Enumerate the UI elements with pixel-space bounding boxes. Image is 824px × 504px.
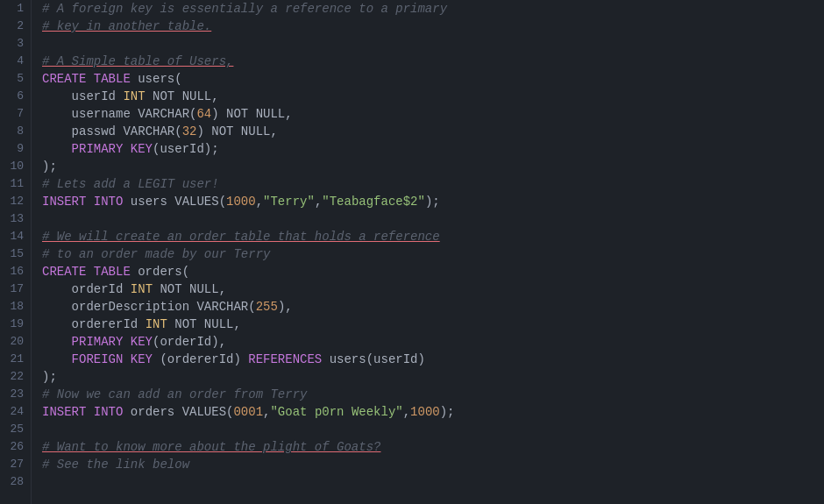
token: (userId); <box>153 142 219 156</box>
code-line <box>42 210 824 228</box>
token: passwd <box>42 124 123 138</box>
code-line: # key in another table. <box>42 18 824 35</box>
token: username <box>42 107 138 121</box>
token: userId <box>42 89 123 103</box>
line-number: 8 <box>7 123 24 140</box>
line-number: 10 <box>7 158 24 175</box>
line-number: 26 <box>7 438 24 456</box>
code-lines: # A foreign key is essentially a referen… <box>32 0 824 504</box>
line-number: 15 <box>7 245 24 263</box>
token: # Want to know more about the plight of … <box>42 440 380 454</box>
token: VARCHAR( <box>196 300 255 314</box>
token: orders( <box>138 265 189 279</box>
line-number: 6 <box>7 88 24 105</box>
code-line: # See the link below <box>42 456 824 473</box>
token: NOT NULL, <box>167 317 241 331</box>
token: ); <box>42 160 57 174</box>
line-number: 7 <box>7 105 24 123</box>
token: FOREIGN KEY <box>72 352 153 366</box>
code-line: # Lets add a LEGIT user! <box>42 175 824 193</box>
line-number: 18 <box>7 298 24 316</box>
code-line: # A foreign key is essentially a referen… <box>42 0 824 18</box>
token: 0001 <box>233 405 263 419</box>
code-line: # We will create an order table that hol… <box>42 228 824 245</box>
line-number: 2 <box>7 18 24 35</box>
token: # key in another table. <box>42 19 211 33</box>
line-number: 27 <box>7 456 24 473</box>
code-line: # Now we can add an order from Terry <box>42 386 824 403</box>
code-line: INSERT INTO orders VALUES(0001,"Goat p0r… <box>42 403 824 421</box>
token: orderId <box>42 282 131 296</box>
line-number: 16 <box>7 263 24 280</box>
token: VARCHAR( <box>138 107 196 121</box>
token: ordererId <box>42 317 146 331</box>
token: (ordererId) <box>153 352 248 366</box>
token: # A foreign key is essentially a referen… <box>42 2 447 16</box>
code-line: passwd VARCHAR(32) NOT NULL, <box>42 123 824 140</box>
code-line: CREATE TABLE orders( <box>42 263 824 280</box>
line-number: 5 <box>7 70 24 88</box>
token: 1000 <box>226 195 256 209</box>
token: INT <box>146 317 167 331</box>
line-number: 19 <box>7 316 24 333</box>
code-line: PRIMARY KEY(orderId), <box>42 333 824 351</box>
token: # Now we can add an order from Terry <box>42 387 307 401</box>
code-line: ); <box>42 368 824 386</box>
token: VARCHAR( <box>123 124 181 138</box>
line-number: 24 <box>7 403 24 421</box>
token: 1000 <box>410 405 440 419</box>
token: users( <box>138 72 181 86</box>
token: ) NOT NULL, <box>196 124 277 138</box>
token: "Goat p0rn Weekly" <box>270 405 402 419</box>
token: users(userId) <box>322 352 425 366</box>
token: NOT NULL, <box>146 89 219 103</box>
code-line: CREATE TABLE users( <box>42 70 824 88</box>
line-number: 11 <box>7 175 24 193</box>
token: CREATE TABLE <box>42 72 138 86</box>
token: users VALUES( <box>131 195 226 209</box>
line-number: 12 <box>7 193 24 210</box>
code-line: ); <box>42 158 824 175</box>
token: PRIMARY KEY <box>72 142 153 156</box>
token: , <box>403 405 410 419</box>
code-line: # Want to know more about the plight of … <box>42 438 824 456</box>
token <box>42 335 72 349</box>
token: # We will create an order table that hol… <box>42 230 440 244</box>
token: ), <box>278 300 293 314</box>
token: ) NOT NULL, <box>211 107 292 121</box>
token: "Terry" <box>263 195 315 209</box>
code-line: PRIMARY KEY(userId); <box>42 140 824 158</box>
token: # See the link below <box>42 458 189 472</box>
line-number: 25 <box>7 421 24 438</box>
token: INSERT INTO <box>42 405 131 419</box>
line-number: 9 <box>7 140 24 158</box>
line-number: 14 <box>7 228 24 245</box>
token: INT <box>123 89 145 103</box>
code-line: username VARCHAR(64) NOT NULL, <box>42 105 824 123</box>
token <box>42 142 72 156</box>
code-line: # A Simple table of Users, <box>42 53 824 70</box>
token: REFERENCES <box>248 352 322 366</box>
token: "Teabagface$2" <box>322 195 425 209</box>
token <box>42 352 72 366</box>
code-line <box>42 473 824 491</box>
token: CREATE TABLE <box>42 265 138 279</box>
token: 32 <box>182 124 197 138</box>
line-number: 13 <box>7 210 24 228</box>
token: # A Simple table of Users, <box>42 54 233 68</box>
token: , <box>256 195 263 209</box>
code-line <box>42 421 824 438</box>
code-editor: 1234567891011121314151617181920212223242… <box>0 0 824 504</box>
code-line: INSERT INTO users VALUES(1000,"Terry","T… <box>42 193 824 210</box>
token: (orderId), <box>153 335 226 349</box>
line-number: 17 <box>7 280 24 298</box>
code-line: FOREIGN KEY (ordererId) REFERENCES users… <box>42 351 824 368</box>
token: # Lets add a LEGIT user! <box>42 177 219 191</box>
token: ); <box>440 405 455 419</box>
token: PRIMARY KEY <box>72 335 153 349</box>
token: 64 <box>196 107 211 121</box>
code-line: ordererId INT NOT NULL, <box>42 316 824 333</box>
token: orders VALUES( <box>131 405 234 419</box>
line-numbers: 1234567891011121314151617181920212223242… <box>0 0 32 504</box>
token: INSERT INTO <box>42 195 131 209</box>
